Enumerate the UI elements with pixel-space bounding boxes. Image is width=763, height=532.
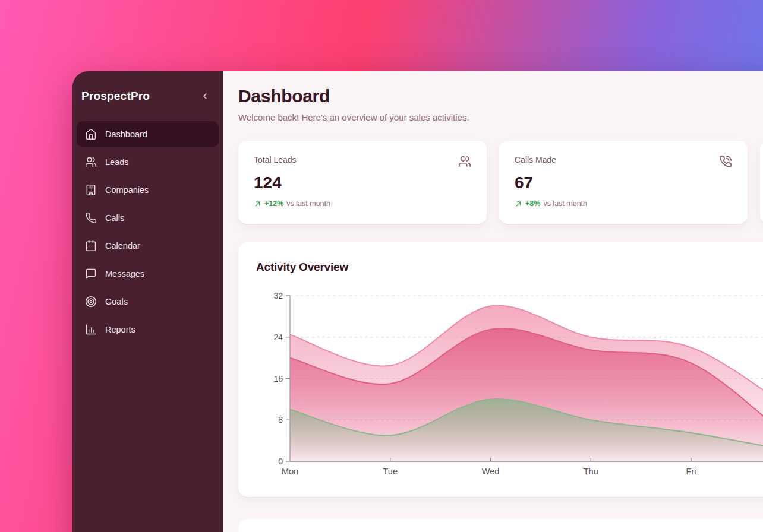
sidebar-item-messages[interactable]: Messages <box>77 261 219 287</box>
sidebar-item-companies[interactable]: Companies <box>77 177 219 203</box>
arrow-up-right-icon <box>515 200 522 208</box>
svg-text:8: 8 <box>278 415 283 425</box>
chevron-left-icon <box>199 91 211 101</box>
page-subtitle: Welcome back! Here's an overview of your… <box>238 111 763 124</box>
users-icon <box>85 156 97 168</box>
stat-delta-suffix: vs last month <box>543 200 587 208</box>
stat-value: 124 <box>254 174 471 192</box>
activity-overview-card: Activity Overview 08162432MonTueWedThuFr… <box>238 242 763 497</box>
stat-label: Calls Made <box>515 155 556 164</box>
sidebar-item-label: Dashboard <box>105 129 147 139</box>
sidebar-nav: Dashboard Leads Companies Calls Calendar… <box>72 121 223 343</box>
brand-logo: ProspectPro <box>81 90 150 103</box>
svg-text:16: 16 <box>273 374 283 384</box>
sidebar: ProspectPro Dashboard Leads Companies Ca… <box>72 71 223 532</box>
sidebar-item-label: Leads <box>105 157 129 167</box>
sidebar-item-label: Companies <box>105 185 149 195</box>
screen: ProspectPro Dashboard Leads Companies Ca… <box>0 0 763 532</box>
stat-label: Total Leads <box>254 155 297 164</box>
sidebar-item-leads[interactable]: Leads <box>77 149 219 175</box>
svg-text:Wed: Wed <box>482 467 500 476</box>
sidebar-collapse-button[interactable] <box>199 91 209 101</box>
stats-row: Total Leads 124 +12% vs last month Calls… <box>238 141 763 224</box>
stat-delta-suffix: vs last month <box>286 200 330 208</box>
sidebar-item-reports[interactable]: Reports <box>77 316 219 343</box>
sidebar-item-label: Goals <box>105 297 128 306</box>
svg-text:Mon: Mon <box>282 467 298 476</box>
svg-text:32: 32 <box>273 291 283 300</box>
sidebar-header: ProspectPro <box>72 86 223 107</box>
message-icon <box>85 268 97 280</box>
building-icon <box>85 184 97 196</box>
sidebar-item-label: Reports <box>105 325 135 334</box>
svg-text:24: 24 <box>273 332 283 342</box>
arrow-up-right-icon <box>254 200 261 208</box>
svg-text:0: 0 <box>278 457 283 466</box>
sidebar-item-label: Calls <box>105 213 124 223</box>
target-icon <box>85 296 97 308</box>
activity-chart: 08162432MonTueWedThuFriSat <box>238 284 763 485</box>
chart-title: Activity Overview <box>256 260 763 274</box>
sidebar-item-label: Messages <box>105 269 144 278</box>
svg-text:Fri: Fri <box>686 467 696 476</box>
svg-text:Thu: Thu <box>584 467 598 476</box>
sidebar-item-label: Calendar <box>105 241 140 251</box>
sidebar-item-goals[interactable]: Goals <box>77 289 219 315</box>
stat-card-partial <box>760 141 763 224</box>
users-icon <box>458 155 471 168</box>
sidebar-item-calendar[interactable]: Calendar <box>77 233 219 259</box>
stat-delta: +12% <box>264 200 283 208</box>
home-icon <box>85 128 97 140</box>
page-title: Dashboard <box>238 86 763 107</box>
phone-call-icon <box>719 155 732 168</box>
stat-card: Calls Made 67 +8% vs last month <box>499 141 748 224</box>
svg-text:Tue: Tue <box>383 467 398 476</box>
sidebar-item-calls[interactable]: Calls <box>77 205 219 231</box>
phone-icon <box>85 212 97 224</box>
main-content: Dashboard Welcome back! Here's an overvi… <box>223 71 763 532</box>
stat-delta: +8% <box>525 200 540 208</box>
bottom-card-partial <box>238 519 763 532</box>
sidebar-item-dashboard[interactable]: Dashboard <box>77 121 219 147</box>
stat-value: 67 <box>515 174 732 192</box>
bar-chart-icon <box>85 324 97 335</box>
app-window: ProspectPro Dashboard Leads Companies Ca… <box>72 71 763 532</box>
stat-card: Total Leads 124 +12% vs last month <box>238 141 487 224</box>
calendar-icon <box>85 240 97 252</box>
